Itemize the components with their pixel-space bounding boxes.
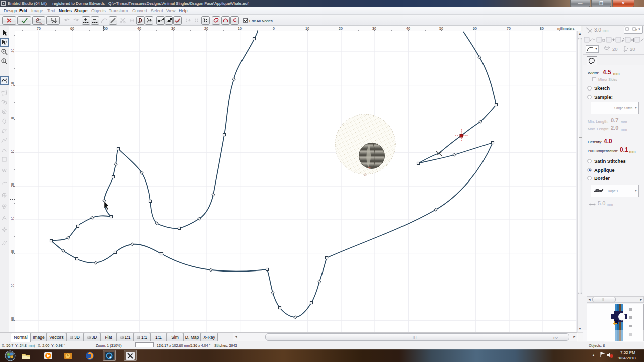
svg-text:8: 8	[636, 29, 638, 32]
